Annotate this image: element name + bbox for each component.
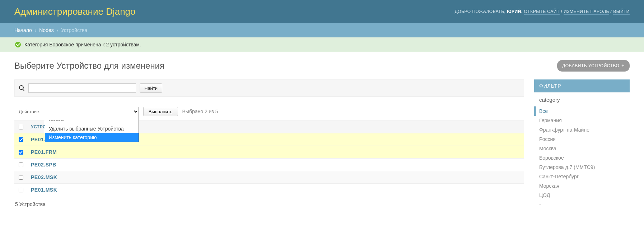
breadcrumb-sep: ›	[57, 27, 59, 33]
layout: Найти Действие: --------- --------- Удал…	[14, 79, 630, 214]
breadcrumb-home[interactable]: Начало	[14, 27, 32, 33]
filter-link[interactable]: Боровское	[539, 155, 564, 161]
filter-item: Все	[534, 106, 625, 116]
filter-item: Боровское	[539, 153, 625, 163]
action-option-blank[interactable]: ---------	[45, 116, 139, 124]
row-checkbox-cell	[19, 150, 31, 155]
search-bar: Найти	[14, 79, 524, 97]
filter-item: Германия	[539, 116, 625, 125]
device-link[interactable]: pe01.frm	[31, 149, 57, 155]
selection-counter: Выбрано 2 из 5	[182, 109, 218, 114]
filter-link[interactable]: Германия	[539, 118, 562, 123]
view-site-link[interactable]: ОТКРЫТЬ САЙТ	[524, 9, 560, 15]
row-checkbox[interactable]	[19, 175, 23, 180]
header: Администрирование Django ДОБРО ПОЖАЛОВАТ…	[0, 0, 644, 23]
filter-link[interactable]: Морская	[539, 183, 559, 189]
filter-sidebar: ФИЛЬТР category ВсеГерманияФранкфурт-на-…	[534, 79, 630, 214]
filter-group-category: category ВсеГерманияФранкфурт-на-МайнеРо…	[534, 92, 630, 214]
filter-item: Бутлерова д.7 (ММТС9)	[539, 163, 625, 172]
table-row: pe01.msk	[14, 184, 524, 196]
content-header: Выберите Устройство для изменения ДОБАВИ…	[14, 60, 630, 72]
filter-title: ФИЛЬТР	[534, 79, 630, 92]
row-checkbox-cell	[19, 163, 31, 167]
main-column: Найти Действие: --------- --------- Удал…	[14, 79, 524, 214]
page-title: Выберите Устройство для изменения	[14, 61, 164, 71]
select-all-checkbox[interactable]	[19, 125, 23, 129]
filter-link[interactable]: Франкфурт-на-Майне	[539, 127, 589, 133]
paginator: 5 Устройства	[14, 196, 524, 212]
filter-item: Москва	[539, 144, 625, 153]
add-device-button[interactable]: ДОБАВИТЬ УСТРОЙСТВО +	[557, 60, 630, 72]
breadcrumb: Начало › Nodes › Устройства	[0, 23, 644, 37]
add-button-label: ДОБАВИТЬ УСТРОЙСТВО	[562, 63, 619, 68]
success-message: Категория Боровское применена к 2 устрой…	[0, 37, 644, 52]
action-label: Действие:	[19, 109, 41, 114]
row-checkbox-cell	[19, 137, 31, 142]
logout-link[interactable]: ВЫЙТИ	[613, 9, 630, 15]
row-checkbox[interactable]	[19, 188, 23, 192]
filter-link[interactable]: ЦОД	[539, 192, 550, 198]
device-link[interactable]: pe01.msk	[31, 187, 57, 193]
filter-item: Морская	[539, 181, 625, 191]
row-checkbox[interactable]	[19, 163, 23, 167]
site-title[interactable]: Администрирование Django	[14, 6, 136, 17]
action-select[interactable]: ---------	[45, 107, 139, 116]
action-dropdown: --------- Удалить выбранные Устройства И…	[45, 116, 139, 142]
filter-list: ВсеГерманияФранкфурт-на-МайнеРоссияМоскв…	[539, 106, 625, 209]
device-link[interactable]: pe02.msk	[31, 174, 57, 180]
actions-row: Действие: --------- --------- Удалить вы…	[14, 104, 524, 119]
message-list: Категория Боровское применена к 2 устрой…	[0, 37, 644, 52]
filter-link[interactable]: -	[539, 202, 541, 207]
row-checkbox-cell	[19, 188, 31, 192]
search-input[interactable]	[28, 83, 136, 93]
table-row: pe02.msk	[14, 171, 524, 184]
row-checkbox-cell	[19, 175, 31, 180]
row-checkbox[interactable]	[19, 137, 23, 142]
filter-link[interactable]: Москва	[539, 146, 556, 151]
user-tools: ДОБРО ПОЖАЛОВАТЬ, ЮРИЙ. ОТКРЫТЬ САЙТ / И…	[455, 9, 630, 14]
device-link[interactable]: pe02.spb	[31, 162, 56, 168]
breadcrumb-sep: ›	[35, 27, 37, 33]
breadcrumb-current: Устройства	[61, 27, 87, 33]
table-row: pe01.frm	[14, 146, 524, 159]
table-row: pe02.spb	[14, 159, 524, 171]
filter-item: ЦОД	[539, 191, 625, 200]
action-option-delete[interactable]: Удалить выбранные Устройства	[45, 124, 139, 133]
filter-link[interactable]: Россия	[539, 136, 556, 142]
username: ЮРИЙ	[507, 9, 521, 14]
search-icon	[19, 85, 25, 91]
filter-item: Россия	[539, 134, 625, 144]
breadcrumb-app[interactable]: Nodes	[39, 27, 53, 33]
welcome-text: ДОБРО ПОЖАЛОВАТЬ,	[455, 9, 506, 14]
filter-item: -	[539, 200, 625, 209]
row-checkbox[interactable]	[19, 150, 23, 155]
plus-icon: +	[621, 63, 625, 69]
filter-group-label: category	[539, 97, 625, 103]
select-all-cell	[19, 125, 31, 129]
filter-link[interactable]: Санкт-Петербург	[539, 174, 579, 179]
content: Выберите Устройство для изменения ДОБАВИ…	[0, 52, 644, 221]
filter-link[interactable]: Бутлерова д.7 (ММТС9)	[539, 164, 595, 170]
filter-item: Санкт-Петербург	[539, 172, 625, 181]
filter-link[interactable]: Все	[539, 108, 548, 114]
search-button[interactable]: Найти	[140, 83, 162, 93]
action-select-wrap: --------- --------- Удалить выбранные Ус…	[45, 107, 139, 116]
action-go-button[interactable]: Выполнить	[143, 107, 178, 116]
change-password-link[interactable]: ИЗМЕНИТЬ ПАРОЛЬ	[564, 9, 609, 15]
action-option-change-category[interactable]: Изменить категорию	[45, 133, 139, 142]
filter-item: Франкфурт-на-Майне	[539, 125, 625, 134]
